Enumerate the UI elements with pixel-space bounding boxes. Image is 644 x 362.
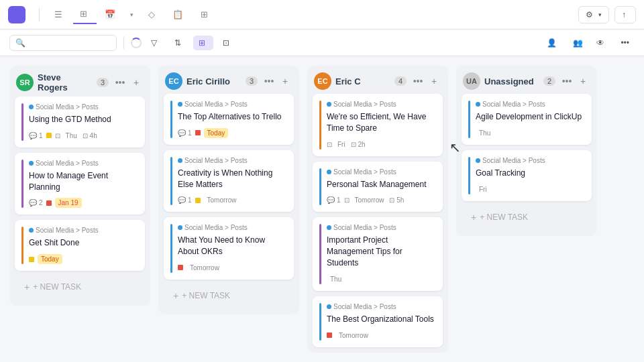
search-box[interactable]: 🔍 [9, 35, 117, 51]
card-date: Thu [476, 128, 494, 138]
card-title: Personal Task Management [327, 179, 436, 190]
date-badge: Fri [476, 184, 490, 194]
column-more-button[interactable]: ••• [113, 75, 127, 90]
card-breadcrumb: Social Media > Posts [29, 227, 138, 234]
new-task-button[interactable]: ++ NEW TASK [464, 206, 589, 228]
task-card[interactable]: Social Media > PostsHow to Manage Event … [15, 153, 145, 215]
breadcrumb-dot [327, 102, 331, 107]
sort-icon: ⇅ [174, 38, 181, 48]
automate-button[interactable]: ⚙ ▾ [578, 6, 609, 23]
date-badge: Tomorrow [186, 263, 223, 273]
show-button[interactable]: 👁 [591, 36, 612, 50]
sort-button[interactable]: ⇅ [169, 36, 189, 50]
breadcrumb-dot [476, 158, 480, 163]
card-breadcrumb: Social Media > Posts [29, 103, 138, 111]
tab-board[interactable]: ⊞ [73, 5, 97, 24]
tab-table[interactable]: ⊞ [194, 5, 217, 23]
table-icon: ⊞ [201, 9, 208, 19]
tab-view[interactable] [219, 11, 232, 19]
column-add-button[interactable]: + [427, 74, 441, 88]
subtasks-icon: ⊡ [223, 38, 229, 48]
card-accent [170, 157, 172, 206]
card-title: Agile Development in ClickUp [476, 111, 585, 123]
card-title: We're so Efficient, We Have Time to Spar… [327, 111, 436, 134]
task-card[interactable]: Social Media > PostsCreativity is When N… [164, 150, 294, 213]
breadcrumb-text: Social Media > Posts [482, 101, 545, 108]
subtasks-button[interactable]: ⊡ [217, 36, 237, 50]
people-button[interactable]: 👥 [568, 36, 588, 50]
new-task-button[interactable]: ++ NEW TASK [166, 285, 291, 306]
card-accent [319, 168, 321, 206]
card-comments: 💬1 [178, 196, 192, 204]
column-more-button[interactable]: ••• [262, 74, 276, 88]
comment-count: 1 [188, 129, 192, 137]
twitter-icon: ◇ [148, 9, 155, 19]
card-date: Thu [327, 274, 345, 284]
column-title: Unassigned [484, 76, 539, 86]
comment-icon: 💬 [178, 129, 186, 137]
breadcrumb-text: Social Media > Posts [333, 303, 396, 310]
plus-icon: + [471, 212, 476, 223]
column-header-eric-cirillo: ECEric Cirillo3•••+ [158, 66, 299, 94]
me-button[interactable]: 👤 [541, 36, 565, 50]
breadcrumb-text: Social Media > Posts [333, 101, 396, 108]
task-card[interactable]: Social Media > PostsUsing the GTD Method… [15, 97, 145, 147]
tab-twitter[interactable]: ◇ [142, 5, 164, 23]
task-card[interactable]: Social Media > PostsImportant Project Ma… [313, 217, 443, 290]
group-button[interactable]: ⊞ [193, 36, 213, 50]
task-card[interactable]: Social Media > PostsGet Shit DoneToday [15, 220, 145, 271]
column-add-button[interactable]: + [129, 75, 144, 90]
filter-button[interactable]: ▽ [146, 36, 165, 50]
search-icon: 🔍 [15, 38, 25, 48]
column-actions: •••+ [411, 74, 441, 88]
date-badge: Today [204, 128, 229, 138]
board-icon: ⊞ [80, 9, 87, 19]
date-badge: Thu [62, 131, 80, 141]
card-comments: 💬1 [327, 196, 341, 204]
show-icon: 👁 [596, 38, 604, 48]
task-card[interactable]: Social Media > PostsThe Top Alternatives… [164, 94, 294, 145]
breadcrumb-dot [178, 225, 182, 230]
card-date: Today [38, 254, 62, 264]
column-body: Social Media > PostsUsing the GTD Method… [9, 97, 150, 306]
card-date: Today [204, 128, 229, 138]
column-title: Steve Rogers [38, 72, 93, 93]
column-more-button[interactable]: ••• [411, 74, 425, 88]
more-button[interactable]: ••• [615, 36, 635, 50]
column-more-button[interactable]: ••• [559, 74, 574, 88]
duration-label: ⊡ 5h [389, 196, 404, 204]
breadcrumb-text: Social Media > Posts [333, 168, 396, 176]
card-accent [170, 101, 172, 138]
avatar: EC [314, 72, 331, 90]
tab-list[interactable]: ☰ [48, 5, 72, 23]
card-footer: 💬1⊡Tomorrow⊡ 5h [327, 195, 436, 205]
share-button[interactable]: ↑ [614, 6, 636, 23]
task-card[interactable]: Social Media > PostsGoal TrackingFri [462, 150, 592, 201]
card-accent [468, 101, 470, 138]
app-logo [8, 6, 25, 23]
column-eric-cirillo: ECEric Cirillo3•••+Social Media > PostsT… [158, 66, 299, 314]
new-task-label: + NEW TASK [182, 291, 230, 300]
task-card[interactable]: Social Media > PostsPersonal Task Manage… [313, 162, 443, 213]
task-card[interactable]: Social Media > PostsWhat You Need to Kno… [164, 217, 294, 280]
card-date: Fri [476, 184, 490, 194]
comment-icon: 💬 [29, 132, 37, 139]
group-icon: ⊞ [199, 38, 205, 48]
card-title: Important Project Management Tips for St… [327, 235, 436, 268]
tab-schedule[interactable]: 📅 ▾ [98, 5, 140, 23]
nav-tabs: ☰ ⊞ 📅 ▾ ◇ 📋 ⊞ [48, 5, 232, 24]
board: SRSteve Rogers3•••+Social Media > PostsU… [0, 56, 644, 362]
date-badge: Thu [327, 274, 345, 284]
new-task-button[interactable]: ++ NEW TASK [17, 276, 142, 298]
tab-guide[interactable]: 📋 [166, 5, 193, 23]
card-breadcrumb: Social Media > Posts [178, 157, 287, 164]
column-add-button[interactable]: + [278, 74, 292, 88]
card-accent [21, 160, 23, 208]
task-card[interactable]: Social Media > PostsThe Best Organizatio… [313, 296, 443, 347]
column-add-button[interactable]: + [576, 74, 590, 88]
task-card[interactable]: Social Media > PostsAgile Development in… [462, 94, 592, 145]
task-card[interactable]: Social Media > PostsWe're so Efficient, … [313, 94, 443, 156]
breadcrumb-dot [327, 170, 331, 174]
card-title: The Best Organizational Tools [327, 314, 436, 325]
card-footer: Tomorrow [178, 263, 287, 273]
